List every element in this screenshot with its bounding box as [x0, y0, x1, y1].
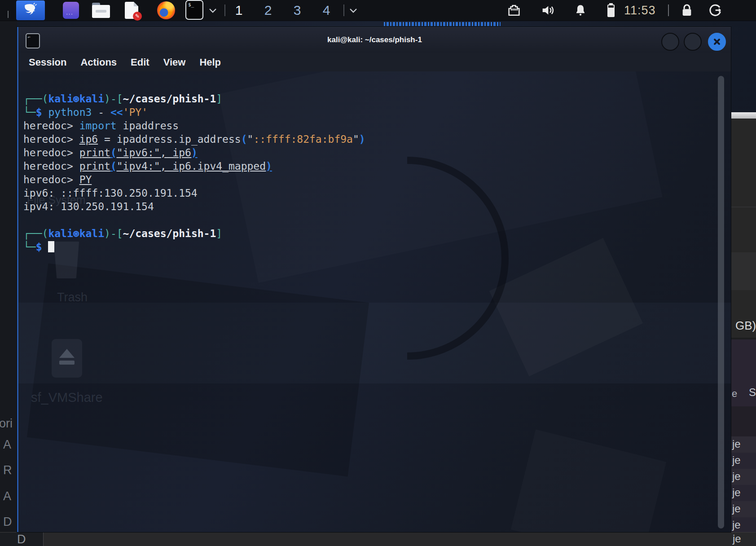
- menu-help[interactable]: Help: [199, 57, 221, 68]
- text-editor-launcher[interactable]: ✎: [123, 1, 141, 19]
- background-row-fragment: je: [731, 485, 756, 501]
- workspace-2[interactable]: 2: [258, 0, 278, 21]
- bottom-text-fragment: D: [17, 533, 26, 546]
- panel-separator: [343, 4, 344, 16]
- files-app-icon: ···: [63, 2, 79, 19]
- background-row-list: jejejejejeje: [731, 436, 756, 532]
- bottom-text-fragment: je: [733, 533, 741, 545]
- terminal-line: heredoc> ip6 = ipaddress.ip_address("::f…: [23, 132, 365, 146]
- terminal-line: heredoc> print("ipv4:", ip6.ipv4_mapped): [23, 159, 365, 173]
- background-window-fragment: GB) e Sc jejejejejeje: [731, 112, 756, 532]
- menu-edit[interactable]: Edit: [131, 57, 149, 68]
- document-icon: ✎: [125, 2, 138, 19]
- background-row-fragment: je: [731, 453, 756, 469]
- terminal-line: ┌──(kali⊛kali)-[~/cases/phish-1]: [23, 92, 365, 106]
- background-row-fragment: je: [731, 469, 756, 485]
- firefox-launcher[interactable]: [157, 1, 175, 19]
- kali-menu-button[interactable]: [16, 0, 45, 20]
- menu-bar: SessionActionsEditViewHelp: [18, 53, 731, 72]
- pencil-badge-icon: ✎: [133, 12, 142, 21]
- terminal-icon: $_: [185, 0, 203, 20]
- logout-icon[interactable]: [708, 3, 723, 19]
- panel-separator: [668, 4, 669, 16]
- desktop-icon-trash[interactable]: Trash: [45, 291, 99, 304]
- minimize-button[interactable]: [661, 33, 679, 51]
- window-title: kali@kali: ~/cases/phish-1: [18, 27, 731, 53]
- terminal-line: └─$: [23, 240, 365, 254]
- background-header-fragment: GB): [735, 319, 756, 333]
- workspace-dropdown[interactable]: [348, 7, 358, 14]
- left-text-fragment: A: [3, 438, 11, 452]
- left-text-fragment: R: [3, 463, 12, 477]
- firefox-icon: [157, 1, 175, 19]
- terminal-line: ┌──(kali⊛kali)-[~/cases/phish-1]: [23, 227, 365, 240]
- files-app-launcher[interactable]: ···: [62, 1, 80, 19]
- terminal-line: ipv4: 130.250.191.154: [23, 200, 365, 213]
- desktop-icon-vmshare[interactable]: sf_VMShare: [31, 390, 103, 405]
- workspace-1[interactable]: 1: [229, 0, 249, 21]
- background-text-fragment: e: [732, 388, 737, 400]
- folder-icon: [92, 3, 110, 18]
- menu-actions[interactable]: Actions: [80, 57, 117, 68]
- kali-dragon-icon: [22, 2, 39, 19]
- left-text-fragment: ori: [0, 417, 13, 431]
- wallpaper-glitch-text: [384, 22, 501, 26]
- top-panel: ··· ✎ $_ 1234: [0, 0, 756, 21]
- workspace-3[interactable]: 3: [287, 0, 307, 21]
- terminal-line: [23, 213, 365, 227]
- desktop-screen: ··· ✎ $_ 1234: [0, 0, 756, 546]
- left-text-fragment: D: [3, 515, 12, 529]
- vmshare-drive-icon[interactable]: [52, 339, 82, 378]
- panel-separator: [224, 4, 225, 16]
- background-row-fragment: je: [731, 501, 756, 517]
- terminal-cursor: [48, 241, 54, 252]
- eject-icon: [59, 349, 75, 358]
- menu-view[interactable]: View: [163, 57, 186, 68]
- terminal-output: ┌──(kali⊛kali)-[~/cases/phish-1]└─$ pyth…: [23, 92, 365, 254]
- background-window-titlebar-edge: [731, 112, 756, 119]
- background-row-fragment: je: [731, 436, 756, 453]
- wallpaper-shape: [18, 303, 731, 383]
- panel-edge-fragment: [8, 11, 9, 18]
- close-button[interactable]: [708, 33, 726, 51]
- terminal-scrollbar[interactable]: [718, 76, 724, 528]
- terminal-line: ipv6: ::ffff:130.250.191.154: [23, 186, 365, 200]
- wallpaper-shape: [489, 238, 643, 377]
- workspace-4[interactable]: 4: [316, 0, 336, 21]
- ethernet-status-icon[interactable]: [506, 3, 522, 19]
- wallpaper-shape: [511, 429, 667, 532]
- bottom-background-bar: D je: [0, 532, 756, 546]
- panel-clock[interactable]: 11:53: [624, 4, 656, 18]
- background-text-fragment: Sc: [749, 386, 756, 399]
- terminal-line: heredoc> PY: [23, 173, 365, 186]
- lock-screen-icon[interactable]: [680, 3, 694, 19]
- terminal-window: ⌐ kali@kali: ~/cases/phish-1 SessionActi…: [17, 27, 731, 532]
- terminal-body[interactable]: File System Trash sf_VMShare ┌──(kali⊛ka…: [18, 71, 731, 532]
- terminal-launcher[interactable]: $_: [185, 1, 203, 19]
- volume-icon[interactable]: [540, 3, 556, 19]
- window-titlebar[interactable]: ⌐ kali@kali: ~/cases/phish-1: [18, 27, 731, 53]
- background-row-fragment: je: [731, 517, 756, 532]
- left-text-fragment: A: [3, 489, 11, 503]
- terminal-launcher-dropdown[interactable]: [208, 7, 218, 14]
- terminal-line: heredoc> import ipaddress: [23, 119, 365, 132]
- menu-session[interactable]: Session: [29, 57, 66, 68]
- maximize-button[interactable]: [684, 33, 702, 51]
- file-manager-launcher[interactable]: [92, 1, 110, 19]
- terminal-line: └─$ python3 - <<'PY': [23, 106, 365, 119]
- battery-icon[interactable]: [605, 2, 617, 20]
- terminal-line: heredoc> print("ipv6:", ip6): [23, 146, 365, 159]
- notifications-bell-icon[interactable]: [574, 3, 587, 19]
- left-background-strip: oriARADD: [0, 21, 17, 532]
